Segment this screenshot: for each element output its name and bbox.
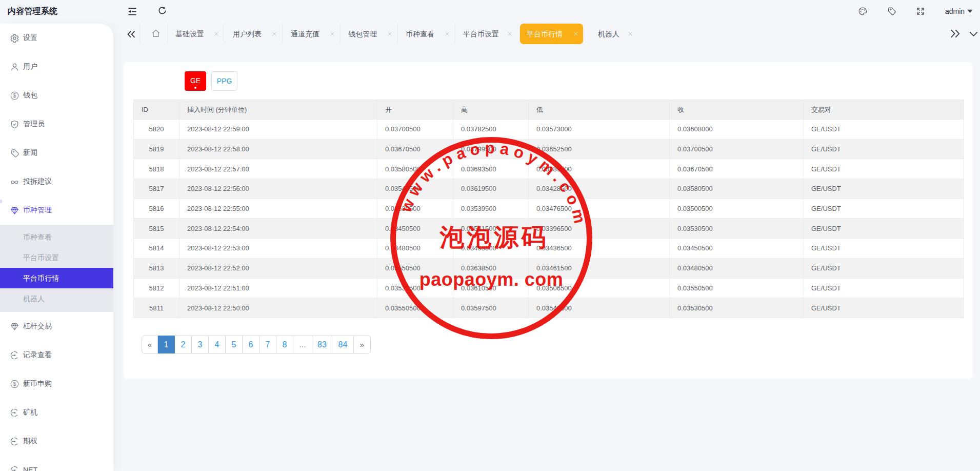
svg-text:www.paopaoym.com: www.paopaoym.com xyxy=(396,139,590,229)
svg-text:泡泡源码: 泡泡源码 xyxy=(439,223,549,250)
svg-text:paopaoym. com: paopaoym. com xyxy=(419,268,564,289)
